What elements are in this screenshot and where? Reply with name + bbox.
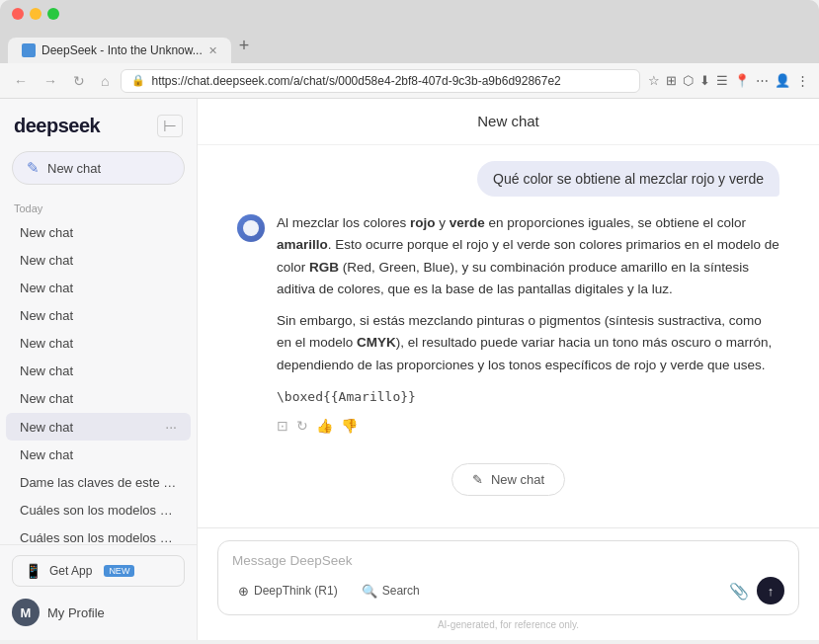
sidebar-items-list: Today New chat New chat New chat New cha… <box>0 197 197 544</box>
mobile-icon: 📱 <box>25 563 41 579</box>
tab-close-button[interactable]: ✕ <box>208 44 217 57</box>
sidebar-item-0[interactable]: New chat <box>6 219 191 246</box>
sidebar-item-11[interactable]: Cuáles son los modelos actuales... <box>6 524 191 544</box>
thumbs-down-icon[interactable]: 👎 <box>341 415 358 438</box>
main-header: New chat <box>198 99 819 145</box>
search-label: Search <box>382 584 420 598</box>
star-icon[interactable]: ☆ <box>648 73 660 88</box>
ai-avatar <box>237 214 265 242</box>
url-bar[interactable]: 🔒 https://chat.deepseek.com/a/chat/s/000… <box>121 69 640 93</box>
traffic-light-yellow[interactable] <box>30 8 41 20</box>
sidebar-item-label-1: New chat <box>20 253 177 268</box>
new-chat-button[interactable]: ✎ New chat <box>12 151 185 185</box>
sidebar-footer: 📱 Get App NEW M My Profile <box>0 544 197 640</box>
sidebar-item-label-8: New chat <box>20 447 177 462</box>
sidebar-item-label-9: Dame las claves de este artículo <box>20 475 177 490</box>
sidebar-item-6[interactable]: New chat <box>6 385 191 412</box>
download-icon[interactable]: ⬇ <box>699 73 710 88</box>
sidebar-item-label-2: New chat <box>20 281 177 295</box>
sidebar-item-3[interactable]: New chat <box>6 302 191 329</box>
get-app-button[interactable]: 📱 Get App NEW <box>12 555 185 587</box>
sidebar-item-5[interactable]: New chat <box>6 358 191 384</box>
title-bar <box>0 0 819 28</box>
input-box: ⊕ DeepThink (R1) 🔍 Search 📎 ↑ <box>217 540 799 615</box>
sidebar-item-label-4: New chat <box>20 336 177 351</box>
copy-icon[interactable]: ⊡ <box>277 415 288 438</box>
profile-circle[interactable]: 👤 <box>775 73 790 88</box>
ai-avatar-inner <box>243 220 259 236</box>
avatar: M <box>12 599 40 626</box>
chat-area: Qué color se obtiene al mezclar rojo y v… <box>198 145 819 527</box>
bookmark-icon[interactable]: ☰ <box>716 73 728 88</box>
menu-dots[interactable]: ⋮ <box>796 73 809 88</box>
message-input[interactable] <box>232 553 784 568</box>
forward-button[interactable]: → <box>40 71 61 91</box>
deepthink-button[interactable]: ⊕ DeepThink (R1) <box>232 581 344 602</box>
tab-bar: DeepSeek - Into the Unknow... ✕ + <box>0 28 819 63</box>
address-actions: ☆ ⊞ ⬡ ⬇ ☰ 📍 ⋯ 👤 ⋮ <box>648 73 809 88</box>
search-icon: 🔍 <box>362 584 377 599</box>
back-button[interactable]: ← <box>10 71 32 91</box>
new-chat-center-label: New chat <box>491 472 544 487</box>
ai-formula: \boxed{{Amarillo}} <box>277 386 779 407</box>
thumbs-up-icon[interactable]: 👍 <box>316 415 333 438</box>
profile-item[interactable]: M My Profile <box>12 595 185 630</box>
sidebar-item-label-6: New chat <box>20 391 177 406</box>
send-icon: ↑ <box>768 584 775 599</box>
ai-content: Al mezclar los colores rojo y verde en p… <box>277 212 779 438</box>
url-text: https://chat.deepseek.com/a/chat/s/000d5… <box>151 74 560 88</box>
sidebar-item-7[interactable]: New chat ··· <box>6 413 191 441</box>
main-content: New chat Qué color se obtiene al mezclar… <box>198 99 819 640</box>
input-toolbar-right: 📎 ↑ <box>729 577 784 604</box>
chat-title: New chat <box>477 113 539 129</box>
sidebar-item-label-5: New chat <box>20 363 177 378</box>
browser-tab[interactable]: DeepSeek - Into the Unknow... ✕ <box>8 38 231 63</box>
user-bubble: Qué color se obtiene al mezclar rojo y v… <box>477 161 779 197</box>
sidebar-item-label-0: New chat <box>20 225 177 240</box>
new-chat-icon: ✎ <box>27 159 40 177</box>
traffic-light-green[interactable] <box>47 8 59 20</box>
home-button[interactable]: ⌂ <box>97 71 113 91</box>
more-icon[interactable]: ⋯ <box>756 73 769 88</box>
ai-notice: AI-generated, for reference only. <box>217 615 799 632</box>
location-icon[interactable]: 📍 <box>734 73 750 88</box>
new-chat-center-area: ✎ New chat <box>237 453 779 506</box>
new-badge: NEW <box>104 565 134 577</box>
sidebar-item-9[interactable]: Dame las claves de este artículo <box>6 469 191 496</box>
new-tab-button[interactable]: + <box>239 28 250 63</box>
sidebar-collapse-button[interactable]: ⊢ <box>157 115 183 137</box>
browser-chrome: DeepSeek - Into the Unknow... ✕ + ← → ↻ … <box>0 0 819 99</box>
refresh-button[interactable]: ↻ <box>69 71 89 91</box>
traffic-light-red[interactable] <box>12 8 24 20</box>
sidebar-item-8[interactable]: New chat <box>6 442 191 468</box>
ai-message: Al mezclar los colores rojo y verde en p… <box>237 212 779 438</box>
sidebar-item-10[interactable]: Cuáles son los modelos actuales... <box>6 497 191 523</box>
sidebar-item-more-button[interactable]: ··· <box>165 419 177 435</box>
profile-name: My Profile <box>47 605 105 620</box>
sidebar: deepseek ⊢ ✎ New chat Today New chat New… <box>0 99 198 640</box>
extensions-icon[interactable]: ⊞ <box>666 73 677 88</box>
get-app-label: Get App <box>49 564 92 578</box>
attach-button[interactable]: 📎 <box>729 582 749 601</box>
search-button[interactable]: 🔍 Search <box>356 581 426 602</box>
sidebar-item-4[interactable]: New chat <box>6 330 191 357</box>
sidebar-header: deepseek ⊢ <box>0 99 197 147</box>
sidebar-item-2[interactable]: New chat <box>6 275 191 301</box>
send-button[interactable]: ↑ <box>757 577 784 604</box>
user-message: Qué color se obtiene al mezclar rojo y v… <box>237 161 779 197</box>
lock-icon: 🔒 <box>131 74 145 87</box>
input-toolbar-left: ⊕ DeepThink (R1) 🔍 Search <box>232 581 426 602</box>
sidebar-item-label-10: Cuáles son los modelos actuales... <box>20 503 177 518</box>
share-icon[interactable]: ⬡ <box>683 73 694 88</box>
tab-title: DeepSeek - Into the Unknow... <box>41 43 203 57</box>
sidebar-item-1[interactable]: New chat <box>6 247 191 274</box>
refresh-icon[interactable]: ↻ <box>296 415 308 438</box>
tab-favicon <box>22 43 36 57</box>
app-container: deepseek ⊢ ✎ New chat Today New chat New… <box>0 99 819 640</box>
new-chat-center-button[interactable]: ✎ New chat <box>451 463 565 496</box>
section-today-label: Today <box>0 197 197 218</box>
deepthink-label: DeepThink (R1) <box>254 584 338 598</box>
address-bar: ← → ↻ ⌂ 🔒 https://chat.deepseek.com/a/ch… <box>0 63 819 99</box>
input-toolbar: ⊕ DeepThink (R1) 🔍 Search 📎 ↑ <box>232 577 784 604</box>
new-chat-button-label: New chat <box>47 161 101 176</box>
